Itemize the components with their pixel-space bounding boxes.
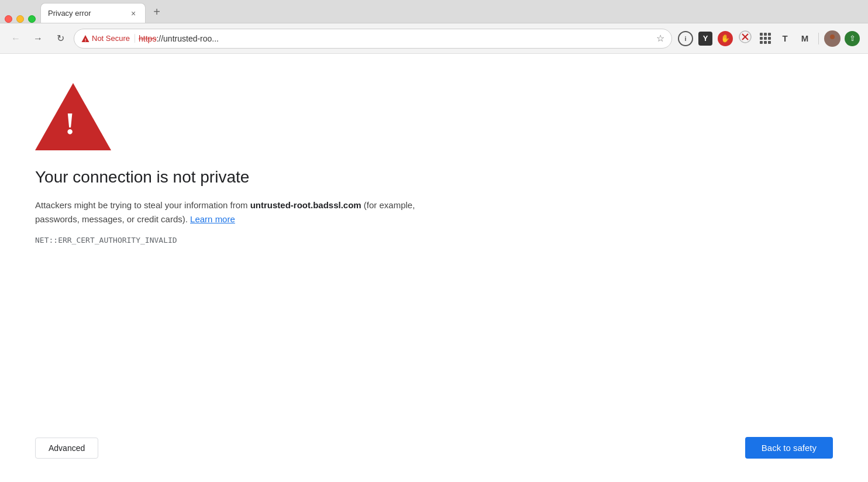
- address-bar-row: ← → ↻ ! Not Secure https://untrusted-roo…: [0, 23, 868, 54]
- warning-triangle-icon: !: [81, 35, 89, 43]
- y-extension-icon[interactable]: Y: [697, 30, 714, 47]
- url-display: https://untrusted-roo...: [139, 34, 219, 43]
- reload-button[interactable]: ↻: [51, 30, 69, 47]
- avatar-button[interactable]: [824, 30, 841, 47]
- tab-bar: Privacy error × +: [0, 0, 868, 23]
- update-icon[interactable]: ⇧: [843, 30, 861, 47]
- svg-point-6: [828, 40, 836, 44]
- advanced-button[interactable]: Advanced: [35, 438, 98, 459]
- close-traffic-light[interactable]: [5, 15, 12, 23]
- not-secure-badge: ! Not Secure: [81, 34, 135, 43]
- forward-button[interactable]: →: [29, 30, 47, 47]
- back-to-safety-button[interactable]: Back to safety: [745, 437, 833, 459]
- traffic-lights: [5, 15, 36, 23]
- hand-extension-icon[interactable]: ✋: [717, 30, 734, 47]
- m-extension-icon[interactable]: M: [796, 30, 814, 47]
- error-code: NET::ERR_CERT_AUTHORITY_INVALID: [35, 236, 833, 245]
- grid-extension-icon[interactable]: [756, 30, 774, 47]
- t-extension-icon[interactable]: T: [776, 30, 794, 47]
- address-bar[interactable]: ! Not Secure https://untrusted-roo... ☆: [74, 29, 672, 49]
- user-avatar: [824, 30, 841, 47]
- minimize-traffic-light[interactable]: [16, 15, 24, 23]
- error-description: Attackers might be trying to steal your …: [35, 198, 445, 226]
- button-row: Advanced Back to safety: [35, 437, 833, 459]
- warning-icon: [35, 83, 111, 150]
- tab-close-button[interactable]: ×: [129, 9, 138, 18]
- bookmark-icon[interactable]: ☆: [656, 33, 664, 44]
- new-tab-button[interactable]: +: [148, 3, 166, 20]
- tab-title: Privacy error: [48, 9, 91, 18]
- active-tab[interactable]: Privacy error ×: [40, 3, 146, 23]
- svg-text:!: !: [85, 37, 87, 43]
- error-page: Your connection is not private Attackers…: [0, 54, 868, 482]
- error-domain: untrusted-root.badssl.com: [250, 200, 361, 210]
- error-title: Your connection is not private: [35, 168, 833, 187]
- cross-extension-icon[interactable]: [736, 30, 754, 47]
- toolbar-divider: [818, 33, 819, 44]
- maximize-traffic-light[interactable]: [28, 15, 36, 23]
- learn-more-link[interactable]: Learn more: [190, 214, 235, 224]
- svg-point-5: [830, 35, 835, 39]
- back-button[interactable]: ←: [7, 30, 25, 47]
- toolbar-icons: i Y ✋ T M: [677, 30, 861, 47]
- url-scheme: https: [139, 34, 156, 43]
- info-icon[interactable]: i: [677, 30, 694, 47]
